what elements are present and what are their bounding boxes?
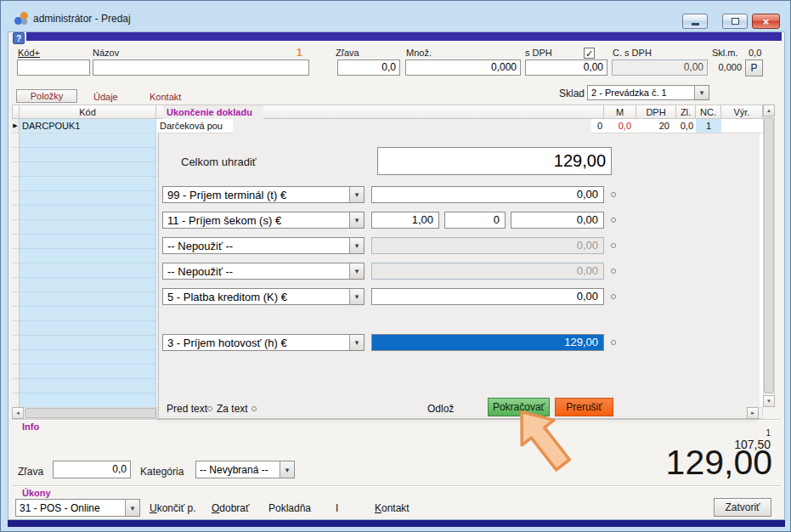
window-title: administrátor - Predaj [33, 13, 131, 25]
sklad-select[interactable]: 2 - Prevádzka č. 1 ▾ [587, 85, 709, 100]
row-vyr-cell [721, 119, 763, 133]
pointer-arrow-annotation [506, 402, 582, 478]
payment-count-input-2[interactable]: 1,00 [371, 212, 439, 229]
nazov-input[interactable] [93, 59, 309, 76]
p-button[interactable]: P [745, 59, 763, 76]
payment-amount-disabled-4: 0,00 [371, 263, 604, 280]
payment-amount-input-2[interactable]: 0,00 [511, 212, 604, 229]
close-icon: × [763, 15, 770, 28]
row-nc-cell: 1 [696, 119, 721, 133]
csdph-label: C. s DPH [613, 48, 652, 58]
close-button[interactable]: × [752, 14, 780, 29]
minimize-icon [692, 23, 699, 25]
zlava-input[interactable]: 0,0 [337, 59, 400, 76]
payment-method-value-1: 99 - Príjem terminál (t) € [163, 189, 349, 201]
odloz-button[interactable]: Odlož [427, 403, 454, 415]
kod-label[interactable]: Kód+ [18, 48, 40, 58]
mnoz-label: Množ. [406, 48, 432, 58]
payment-dialog-title: Ukončenie dokladu [163, 105, 263, 119]
sklm-label: Skl.m. [712, 48, 738, 58]
tab-udaje[interactable]: Údaje [93, 92, 118, 102]
scroll-down-icon: ▼ [766, 399, 771, 404]
total-label: Celkom uhradiť [181, 156, 257, 168]
chevron-down-icon: ▾ [694, 86, 709, 99]
restore-button[interactable] [722, 14, 748, 29]
vertical-scroll-thumb[interactable] [764, 117, 774, 393]
pos-mode-select[interactable]: 31 - POS - Online ▾ [15, 499, 140, 517]
payment-method-select-6[interactable]: 3 - Príjem hotovosť (h) € ▾ [162, 334, 364, 351]
action-pokladna[interactable]: Pokladňa [268, 502, 311, 514]
horizontal-scroll-thumb[interactable] [25, 408, 156, 418]
sdph-input[interactable]: 0,00 [525, 59, 607, 76]
help-icon: ? [16, 34, 21, 43]
total-amount-display: 129,00 [666, 443, 772, 483]
payment-units-input-2[interactable]: 0 [444, 212, 506, 229]
chevron-down-icon: ▾ [280, 461, 294, 478]
action-ukoncit[interactable]: Ukončiť p. [150, 502, 196, 514]
scroll-down-button[interactable]: ▼ [763, 395, 775, 407]
row-dph-cell: 20 [636, 119, 676, 133]
row-nazov-cell: Darčeková pou [156, 119, 233, 133]
action-i[interactable]: I [336, 502, 338, 514]
za-text-radio[interactable] [251, 406, 257, 411]
payment-option-radio-3[interactable] [611, 243, 616, 248]
row-zl-cell: 0,0 [676, 119, 696, 133]
payment-amount-disabled-3: 0,00 [371, 237, 604, 254]
payment-method-select-1[interactable]: 99 - Príjem terminál (t) € ▾ [162, 186, 364, 203]
row-selector-column [12, 133, 20, 407]
payment-amount-input-1[interactable]: 0,00 [371, 186, 604, 203]
chevron-down-icon: ▾ [349, 335, 364, 350]
scroll-right-button[interactable]: ► [747, 407, 759, 419]
kategoria-select-value: -- Nevybraná -- [196, 464, 280, 476]
nazov-label: Názov [93, 48, 119, 58]
sklad-select-value: 2 - Prevádzka č. 1 [588, 88, 694, 98]
payment-method-select-3[interactable]: -- Nepoužiť -- ▾ [162, 237, 364, 254]
payment-method-value-2: 11 - Príjem šekom (s) € [163, 214, 349, 227]
kategoria-select[interactable]: -- Nevybraná -- ▾ [195, 461, 295, 478]
row-covered-area [233, 119, 591, 133]
tab-kontakt[interactable]: Kontakt [150, 92, 181, 102]
payment-method-select-2[interactable]: 11 - Príjem šekom (s) € ▾ [162, 212, 364, 229]
minimize-button[interactable] [682, 14, 708, 29]
payment-option-radio-6[interactable] [611, 340, 616, 345]
scroll-up-icon: ▲ [766, 108, 771, 113]
row-m-cell: 0,0 [604, 119, 636, 133]
action-kontakt[interactable]: Kontakt [375, 502, 410, 514]
payment-option-radio-5[interactable] [611, 294, 616, 299]
table-header-zl: Zl. [676, 105, 696, 119]
zatvorit-button[interactable]: Zatvoriť [714, 498, 771, 517]
payment-method-value-4: -- Nepoužiť -- [163, 265, 349, 278]
detail-zlava-input[interactable]: 0,0 [53, 461, 131, 478]
payment-method-value-6: 3 - Príjem hotovosť (h) € [163, 337, 349, 349]
payment-option-radio-4[interactable] [611, 269, 616, 274]
chevron-down-icon: ▾ [125, 500, 139, 516]
item-count: 1 [766, 428, 771, 438]
sdph-checkbox[interactable]: ✓ [584, 48, 595, 59]
kategoria-label: Kategória [140, 466, 184, 478]
kod-input[interactable] [17, 59, 90, 76]
pred-text-label: Pred text [167, 403, 207, 415]
scroll-right-icon: ► [750, 410, 755, 416]
payment-method-select-5[interactable]: 5 - Platba kreditom (K) € ▾ [162, 288, 364, 305]
check-icon: ✓ [585, 48, 593, 59]
table-header-selector [12, 105, 20, 119]
payment-method-select-4[interactable]: -- Nepoužiť -- ▾ [162, 263, 364, 280]
scroll-up-button[interactable]: ▲ [763, 105, 775, 116]
help-button[interactable]: ? [13, 32, 25, 44]
app-window: administrátor - Predaj × ? Kód+ Názov 1 … [0, 0, 791, 532]
pred-text-radio[interactable] [207, 406, 212, 411]
payment-amount-input-6[interactable]: 129,00 [371, 334, 604, 351]
action-odobrat[interactable]: Odobrať [212, 502, 250, 514]
scroll-left-icon: ◄ [15, 410, 20, 416]
row-kod-cell: DARCPOUK1 [20, 119, 156, 133]
payment-option-radio-1[interactable] [611, 192, 616, 197]
detail-zlava-label: Zľava [18, 466, 43, 478]
payment-option-radio-2[interactable] [611, 218, 616, 223]
row-number: 1 [297, 47, 302, 59]
tab-polozky[interactable]: Položky [16, 89, 77, 103]
scroll-left-button[interactable]: ◄ [12, 407, 24, 419]
info-label: Info [22, 422, 39, 432]
mnoz-input[interactable]: 0,000 [405, 59, 521, 76]
payment-amount-input-5[interactable]: 0,00 [371, 288, 604, 305]
sklm-extra-value: 0,0 [749, 48, 761, 58]
